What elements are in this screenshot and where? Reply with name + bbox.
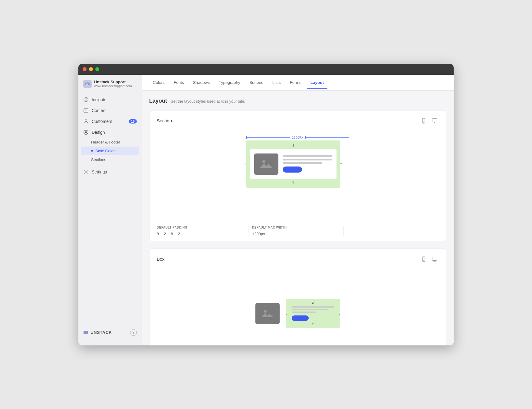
page-title: Layout [149,98,167,104]
cta-pill [283,167,302,173]
titlebar [78,64,454,75]
sidebar-item-content-label: Content [92,108,107,113]
box-cta-pill [292,315,309,321]
box-pad-right-label: 0 [339,312,340,315]
svg-point-14 [423,260,424,261]
sidebar-subitem-sections[interactable]: Sections [78,155,142,164]
svg-point-12 [262,160,265,163]
width-line-left [246,137,290,138]
padding-values: 8 2 8 2 [157,232,245,236]
svg-point-5 [85,131,87,133]
customers-badge: 15 [129,119,137,124]
brand-url: www.unstacksupport.com [94,84,132,88]
sidebar-subitem-style-guide-label: Style Guide [95,149,116,153]
svg-rect-2 [84,109,88,112]
brand-text: Unstack Support www.unstacksupport.com [94,80,132,88]
padding-val-2: 2 [164,232,166,236]
text-lines [283,155,332,173]
sidebar-subitem-sections-label: Sections [91,157,106,162]
pad-left-label: 2 [245,162,246,166]
section-diagram: 1200PX 8 2 [246,136,349,188]
active-dot-icon [91,150,93,152]
pad-bottom-label: 8 [250,181,337,184]
view-toggle-icons [419,117,439,125]
sidebar-item-customers[interactable]: Customers 15 [78,116,142,127]
svg-rect-7 [84,331,88,334]
sidebar-subitem-style-guide[interactable]: Style Guide [81,147,139,155]
box-text-line-1 [292,306,334,308]
box-card-title: Box [157,256,165,262]
svg-rect-16 [260,306,275,321]
sidebar-item-settings-label: Settings [92,170,107,174]
svg-point-9 [423,122,424,123]
minimize-button[interactable] [89,67,93,71]
box-diagram-area: 2 0 0 [149,268,446,345]
box-pad-top-label: 2 [289,301,337,304]
desktop-view-button[interactable] [430,117,439,125]
settings-icon [83,169,89,175]
svg-rect-10 [432,119,437,122]
tab-shadows[interactable]: Shadows [189,76,214,89]
sidebar-item-settings[interactable]: Settings [78,167,142,177]
chart-icon [83,97,89,102]
help-button[interactable]: ? [130,329,137,336]
box-desktop-view-button[interactable] [430,255,439,263]
padding-val-4: 2 [178,232,180,236]
section-card: Section [149,110,446,241]
pad-right-label: 2 [340,162,342,166]
sidebar: Unstack Support www.unstacksupport.com ⌃… [78,75,142,345]
sidebar-item-customers-label: Customers [92,119,112,124]
section-box: 8 2 [246,140,340,188]
svg-point-3 [85,120,87,121]
section-card-title: Section [157,118,172,123]
sidebar-item-design-label: Design [92,130,105,135]
max-width-values: 1200px [252,232,340,236]
sidebar-item-content[interactable]: Content [78,105,142,116]
tab-layout[interactable]: Layout [307,76,327,89]
default-max-width-label: DEFAULT MAX WIDTH [252,226,340,229]
box-text-line-2 [292,309,328,310]
box-text-content [289,305,337,322]
main-content: Colors Fonts Shadows Typography Buttons … [142,75,454,345]
box-view-toggle-icons [419,255,439,263]
close-button[interactable] [83,67,87,71]
sidebar-item-insights[interactable]: Insights [78,94,142,105]
unstack-logo: UNSTACK [83,330,112,335]
tab-forms[interactable]: Forms [286,76,305,89]
page-header: Layout Set the layout styles used across… [149,98,446,104]
sidebar-item-design[interactable]: Design [78,127,142,138]
tab-typography[interactable]: Typography [215,76,244,89]
section-card-header: Section [149,110,446,130]
svg-rect-15 [432,257,437,260]
box-inner-row: 0 0 [289,305,337,322]
brand-section[interactable]: Unstack Support www.unstacksupport.com ⌃ [78,80,142,94]
section-padding-table: DEFAULT PADDING 8 2 8 2 DEFAULT MAX WIDT… [149,221,446,241]
tab-colors[interactable]: Colors [149,76,168,89]
sidebar-subitem-header-footer[interactable]: Header & Footer [78,138,142,147]
image-placeholder [254,153,278,175]
default-padding-col: DEFAULT PADDING 8 2 8 2 [157,226,248,236]
section-inner-wrapper: 2 [250,149,337,179]
sidebar-subitem-header-footer-label: Header & Footer [91,140,120,144]
sidebar-item-insights-label: Insights [92,97,106,102]
box-image-placeholder [255,303,280,324]
text-line-2 [283,159,332,160]
svg-point-17 [264,310,267,313]
width-indicator: 1200PX [246,136,349,139]
tab-fonts[interactable]: Fonts [170,76,188,89]
brand-chevron-icon: ⌃ [134,82,137,85]
maximize-button[interactable] [95,67,99,71]
padding-val-1: 8 [157,232,159,236]
app-window: Unstack Support www.unstacksupport.com ⌃… [78,64,454,345]
design-icon [83,130,89,135]
tab-lists[interactable]: Lists [269,76,284,89]
padding-val-3: 8 [171,232,173,236]
text-line-3 [283,162,322,164]
mobile-view-button[interactable] [419,117,428,125]
section-inner [250,149,337,179]
box-card-header: Box [149,249,446,268]
help-icon-label: ? [133,330,135,335]
text-line-1 [283,155,332,157]
box-mobile-view-button[interactable] [419,255,428,263]
tab-buttons[interactable]: Buttons [246,76,267,89]
